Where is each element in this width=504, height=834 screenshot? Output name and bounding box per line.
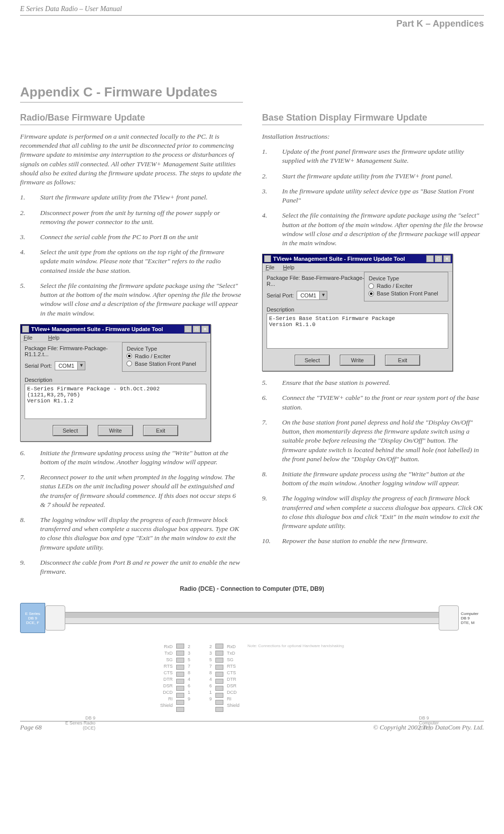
device-type-legend: Device Type [368,275,399,281]
close-icon[interactable]: × [443,255,451,262]
step: Connect the "TVIEW+ cable" to the front … [262,393,484,411]
write-button[interactable]: Write [340,355,375,366]
menubar: File Help [21,334,210,342]
serial-label: Serial Port: [25,363,52,369]
exit-button[interactable]: Exit [385,355,420,366]
menu-help[interactable]: Help [48,335,67,341]
radio-exciter[interactable] [368,283,374,289]
step: Start the firmware update utility from t… [262,172,484,181]
step: Select the unit type from the options on… [20,248,242,275]
connector-right-label: Computer DB 9 DTE, M [459,611,484,625]
plug-right [439,605,459,631]
step: Update of the front panel firmware uses … [262,147,484,165]
right-bottom-label: DB 9 Computer (DTE) [419,715,439,731]
step: The logging window will display the prog… [262,494,484,531]
menubar: File Help [263,263,452,272]
right-intro: Installation Instructions: [262,132,484,141]
serial-select[interactable]: COM1 ▼ [297,291,327,300]
radio-basestation[interactable] [127,361,132,366]
step: Reconnect power to the unit when prompte… [20,473,242,509]
radio-label: Radio / Exciter [376,283,413,289]
minimize-icon[interactable]: _ [426,255,434,262]
serial-label: Serial Port: [267,292,294,298]
radio-basestation[interactable] [368,291,374,296]
menu-help[interactable]: Help [283,264,295,270]
device-type-legend: Device Type [127,346,157,352]
radio-label: Radio / Exciter [135,353,171,359]
step: Select the file containing the firmware … [20,281,242,318]
firmware-dialog-right: TView+ Management Suite - Firmware Updat… [262,254,453,371]
select-button[interactable]: Select [53,425,88,436]
exit-button[interactable]: Exit [143,425,178,436]
step: In the firmware update utility select de… [262,187,484,205]
chevron-down-icon[interactable]: ▼ [319,291,327,299]
select-button[interactable]: Select [295,355,330,366]
part-label: Part K – Appendices [20,19,484,29]
right-column: Base Station Display Firmware Update Ins… [262,113,484,582]
titlebar: TView+ Management Suite - Firmware Updat… [263,254,452,263]
titlebar: TView+ Management Suite - Firmware Updat… [21,325,210,334]
device-type-group: Device Type Radio / Exciter Base Station… [122,342,206,372]
left-section-heading: Radio/Base Firmware Update [20,113,242,125]
left-steps: Start the firmware update utility from t… [20,193,242,318]
pinout-note: Note: Connections for optional Hardware … [247,644,344,713]
step: Ensure that the base station is powered. [262,378,484,387]
desc-label: Description [267,306,448,312]
desc-label: Description [25,377,206,383]
menu-file[interactable]: File [266,264,275,270]
serial-value: COM1 [55,363,77,369]
serial-select[interactable]: COM1 ▼ [55,361,85,370]
app-icon [264,255,271,262]
step: Initiate the firmware updating process u… [20,449,242,467]
doc-title: E Series Data Radio – User Manual [20,5,484,15]
step: Initiate the firmware update process usi… [262,470,484,488]
radio-label: Base Station Front Panel [376,290,438,296]
cable-wire [65,612,439,624]
desc-textbox: E-Series Firmware Package - 9th.Oct.2002… [25,384,206,419]
window-title: TView+ Management Suite - Firmware Updat… [273,256,405,262]
radio-exciter[interactable] [127,353,132,359]
minimize-icon[interactable]: _ [184,326,192,333]
radio-label: Base Station Front Panel [135,361,196,367]
cable-diagram: Radio (DCE) - Connection to Computer (DT… [20,585,484,716]
left-intro: Firmware update is performed on a unit c… [20,132,242,187]
app-icon [22,326,29,333]
cable-caption: Radio (DCE) - Connection to Computer (DT… [20,585,484,592]
step: Select the file containing the firmware … [262,211,484,248]
step: Disconnect the cable from Port B and re … [20,558,242,576]
window-title: TView+ Management Suite - Firmware Updat… [31,326,163,332]
close-icon[interactable]: × [201,326,209,333]
step: Connect the serial cable from the PC to … [20,233,242,242]
pkg-label: Package File: [267,275,300,281]
desc-textbox: E-Series Base Station Firmware Package V… [267,314,448,349]
left-steps-cont: Initiate the firmware updating process u… [20,449,242,577]
appendix-heading: Appendix C - Firmware Updates [20,84,243,102]
write-button[interactable]: Write [98,425,133,436]
serial-value: COM1 [297,292,319,298]
step: On the base station front panel depress … [262,418,484,464]
firmware-dialog-left: TView+ Management Suite - Firmware Updat… [20,324,211,442]
step: Disconnect power from the unit by turnin… [20,208,242,227]
left-bottom-label: DB 9 E Series Radio (DCE) [65,715,95,731]
right-steps-cont: Ensure that the base station is powered.… [262,378,484,546]
step: Repower the base station to enable the n… [262,537,484,546]
right-steps: Update of the front panel firmware uses … [262,147,484,248]
maximize-icon[interactable]: □ [193,326,200,333]
connector-left: E Series DB 9 DCE, F [20,603,45,633]
step: The logging window will display the prog… [20,515,242,552]
pkg-label: Package File: [25,345,58,351]
maximize-icon[interactable]: □ [435,255,442,262]
menu-file[interactable]: File [24,335,40,341]
header-rule [20,15,484,16]
left-column: Radio/Base Firmware Update Firmware upda… [20,113,242,582]
chevron-down-icon[interactable]: ▼ [77,362,85,370]
right-section-heading: Base Station Display Firmware Update [262,113,484,125]
plug-left [45,605,65,631]
device-type-group: Device Type Radio / Exciter Base Station… [364,272,448,301]
pinout: RxDTxDSGRTSCTSDTRDSRDCDRIShield 23578461… [20,644,484,713]
step: Start the firmware update utility from t… [20,193,242,202]
